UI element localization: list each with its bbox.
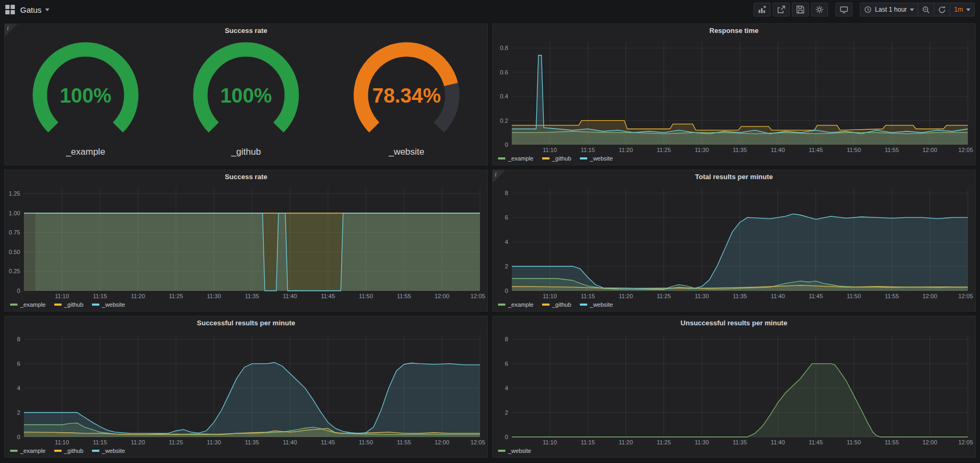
gauge-_example: 100% _example [6,40,165,163]
legend-item-_website[interactable]: _website [580,155,613,162]
svg-text:11:15: 11:15 [93,293,107,299]
refresh-interval-dropdown[interactable]: 1m [950,3,975,16]
svg-text:0: 0 [505,288,508,294]
add-panel-button[interactable] [754,3,771,16]
share-button[interactable] [773,3,790,16]
svg-text:12:05: 12:05 [958,293,973,299]
chart-area: 0246811:1011:1511:2011:2511:3011:3511:40… [5,330,487,447]
dashboard-title-button[interactable]: Gatus [20,5,49,14]
tv-icon [840,5,848,14]
legend-label: _website [590,301,613,308]
panel-unsuccessful-results-per-minute: Unsuccessful results per minute 0246811:… [492,316,976,458]
svg-text:0.2: 0.2 [500,117,508,124]
svg-text:11:25: 11:25 [169,293,183,299]
chart-canvas[interactable]: 0246811:1011:1511:2011:2511:3011:3511:40… [5,330,487,447]
svg-text:11:45: 11:45 [809,293,823,299]
time-picker-button[interactable]: Last 1 hour [860,3,918,16]
svg-text:11:40: 11:40 [771,293,785,299]
gauge-value: 100% [220,85,272,107]
clock-icon [864,6,872,13]
svg-text:4: 4 [17,385,20,391]
legend-item-_website[interactable]: _website [580,301,613,308]
svg-text:11:50: 11:50 [847,293,861,299]
legend-color-swatch [54,304,62,306]
legend-color-swatch [54,450,62,452]
zoom-out-icon [922,6,930,14]
legend-item-_github[interactable]: _github [542,301,571,308]
gear-icon [815,5,824,14]
chart-legend: _example_github_website [5,447,487,457]
legend-item-_github[interactable]: _github [54,448,83,454]
gauge-value: 78.34% [373,85,441,107]
zoom-out-button[interactable] [918,3,934,16]
svg-text:12:00: 12:00 [435,293,450,299]
refresh-icon [938,6,946,14]
svg-text:6: 6 [17,360,20,367]
panel-title[interactable]: Success rate [5,24,487,38]
chart-canvas[interactable]: 00.250.500.751.001.2511:1011:1511:2011:2… [5,184,487,300]
legend-label: _website [102,448,125,454]
legend-item-_example[interactable]: _example [10,448,46,454]
legend-item-_example[interactable]: _example [10,301,46,308]
chart-canvas[interactable]: 0246811:1011:1511:2011:2511:3011:3511:40… [493,330,975,447]
save-button[interactable] [792,3,809,16]
panel-title[interactable]: Success rate [5,170,487,184]
chart-canvas[interactable]: 00.20.40.60.811:1011:1511:2011:2511:3011… [493,38,975,154]
gauge-_website: 78.34% _website [327,40,486,163]
legend-item-_website[interactable]: _website [498,448,531,454]
svg-text:12:05: 12:05 [958,439,973,445]
svg-text:11:20: 11:20 [131,439,145,445]
svg-text:11:45: 11:45 [809,439,823,445]
gauge-label: _example [65,147,105,157]
svg-text:11:40: 11:40 [771,147,785,153]
svg-text:12:05: 12:05 [470,293,485,299]
svg-text:0.75: 0.75 [9,229,20,235]
legend-item-_example[interactable]: _example [498,301,534,308]
legend-color-swatch [580,157,587,159]
settings-button[interactable] [811,3,828,16]
legend-label: _github [64,301,83,308]
cycle-view-button[interactable] [835,3,852,16]
chart-canvas[interactable]: 0246811:1011:1511:2011:2511:3011:3511:40… [493,184,975,300]
panel-info-icon[interactable]: i [493,170,505,183]
chart-legend: _example_github_website [5,300,487,311]
legend-color-swatch [498,304,505,306]
panel-title[interactable]: Unsuccessful results per minute [493,316,975,330]
svg-text:11:55: 11:55 [397,293,411,299]
svg-text:11:25: 11:25 [169,439,183,445]
time-controls: Last 1 hour 1m [860,3,975,16]
legend-item-_github[interactable]: _github [54,301,83,308]
svg-text:6: 6 [505,214,508,221]
legend-color-swatch [542,157,550,159]
panel-title[interactable]: Total results per minute [493,170,975,184]
svg-text:2: 2 [505,263,508,270]
grafana-logo-icon[interactable] [5,5,15,14]
svg-text:11:45: 11:45 [321,439,335,445]
legend-item-_website[interactable]: _website [92,448,125,454]
svg-text:12:00: 12:00 [923,293,937,299]
legend-label: _github [64,448,83,454]
svg-text:11:50: 11:50 [359,293,373,299]
panel-title[interactable]: Successful results per minute [5,316,487,330]
svg-text:11:25: 11:25 [657,439,671,445]
legend-label: _example [508,301,534,308]
svg-text:2: 2 [17,409,20,416]
svg-text:8: 8 [17,336,20,342]
svg-text:8: 8 [505,190,508,196]
legend-item-_github[interactable]: _github [542,155,571,162]
svg-text:0.4: 0.4 [500,93,508,99]
svg-text:11:25: 11:25 [657,293,671,299]
refresh-button[interactable] [934,3,950,16]
svg-text:1.25: 1.25 [9,190,20,197]
legend-item-_website[interactable]: _website [92,301,125,308]
panel-title[interactable]: Response time [493,24,975,38]
legend-item-_example[interactable]: _example [498,155,534,162]
svg-text:11:40: 11:40 [283,293,297,299]
panel-info-icon[interactable]: i [5,24,18,37]
svg-text:11:10: 11:10 [55,293,69,299]
add-panel-icon [758,5,766,14]
time-range-label: Last 1 hour [875,6,907,13]
legend-label: _example [20,448,46,454]
svg-text:11:35: 11:35 [245,439,259,445]
svg-text:11:45: 11:45 [809,147,823,153]
